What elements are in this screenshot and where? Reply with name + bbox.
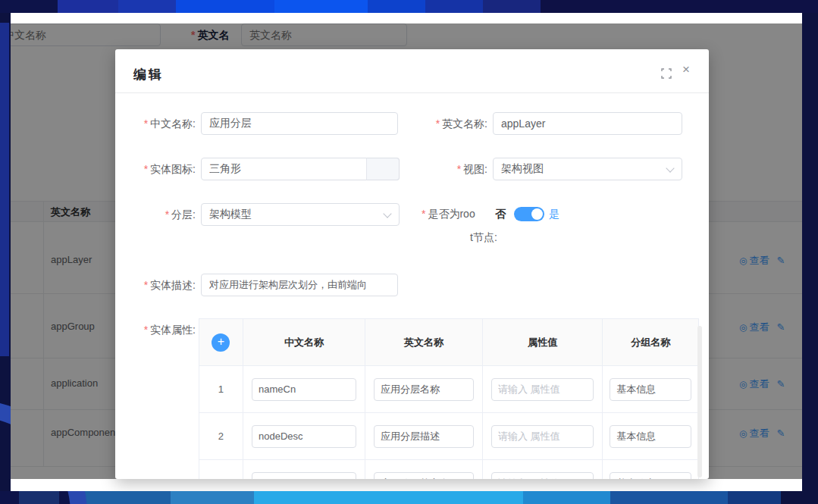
attr-en-input[interactable] <box>374 378 474 401</box>
deco-segment <box>0 0 58 13</box>
deco-segment <box>368 0 425 13</box>
attr-cell <box>483 460 603 479</box>
attr-table-row: 3 <box>199 460 698 479</box>
top-deco-strip <box>0 0 818 13</box>
toggle-knob <box>531 208 543 220</box>
layer-label: *分层: <box>115 203 196 226</box>
dialog-title: 编辑 <box>133 66 164 83</box>
attr-col-header: 属性值 <box>528 336 557 349</box>
attr-header-cell: 英文名称 <box>365 319 483 365</box>
attr-value-input[interactable] <box>491 425 594 448</box>
is-root-label-line1: *是否为roo <box>422 208 475 221</box>
entity-attrs-label: *实体属性: <box>115 318 196 341</box>
attr-cell <box>243 366 366 412</box>
deco-segment <box>176 0 274 13</box>
icon-picker-addon[interactable] <box>366 158 400 180</box>
entity-desc-input[interactable] <box>201 274 398 296</box>
entity-icon-label: *实体图标: <box>115 158 196 180</box>
deco-segment <box>58 0 118 13</box>
en-name-label: *英文名称: <box>403 112 487 135</box>
deco-segment <box>610 491 728 504</box>
attr-group-input[interactable] <box>610 472 691 480</box>
required-asterisk: * <box>144 279 148 291</box>
row-number: 3 <box>218 477 224 479</box>
toggle-off-text: 否 <box>495 208 506 221</box>
attr-cell <box>483 366 603 412</box>
deco-segment <box>171 491 254 504</box>
left-deco-bar <box>0 23 9 356</box>
attr-cn-input[interactable] <box>252 425 356 448</box>
divider <box>115 92 709 93</box>
deco-segment <box>118 0 176 13</box>
required-asterisk: * <box>144 117 148 130</box>
attr-cell <box>365 413 483 459</box>
attr-en-input[interactable] <box>374 472 474 480</box>
attr-header-cell: + <box>199 319 243 365</box>
is-root-toggle[interactable] <box>514 207 544 221</box>
attr-cell <box>603 366 698 412</box>
required-asterisk: * <box>144 163 148 175</box>
deco-segment <box>83 491 171 504</box>
required-asterisk: * <box>457 163 461 175</box>
attr-cn-input[interactable] <box>252 472 356 480</box>
attr-table-header: + 中文名称 英文名称 属性值 分组名称 <box>199 319 698 366</box>
attr-cell <box>243 460 366 479</box>
attr-table-row: 2 <box>199 413 698 460</box>
entity-desc-label: *实体描述: <box>115 274 196 296</box>
view-select[interactable] <box>493 158 682 180</box>
deco-segment <box>254 491 523 504</box>
attr-cell: 2 <box>199 413 243 459</box>
attr-cell <box>243 413 366 459</box>
attr-table-row: 1 <box>199 366 698 413</box>
attr-header-cell: 中文名称 <box>243 319 366 365</box>
attr-cell: 1 <box>199 366 243 412</box>
deco-segment <box>523 491 610 504</box>
view-label: *视图: <box>403 158 487 180</box>
deco-segment <box>541 0 818 13</box>
deco-segment <box>781 491 818 504</box>
attr-cell <box>365 366 483 412</box>
attr-col-header: 中文名称 <box>284 336 324 349</box>
required-asterisk: * <box>436 117 440 130</box>
required-asterisk: * <box>422 208 425 220</box>
screen: *英文名 英文名称 appLayer appGroup application … <box>0 0 818 504</box>
edit-dialog: 编辑 × *中文名称: *英文名称: *实体图标: <box>115 49 709 479</box>
deco-segment <box>425 0 483 13</box>
cn-name-label: *中文名称: <box>115 112 196 135</box>
deco-segment <box>274 0 368 13</box>
attr-en-input[interactable] <box>374 425 474 448</box>
attr-value-input[interactable] <box>491 378 594 401</box>
attr-cell: 3 <box>199 460 243 479</box>
row-number: 1 <box>218 383 224 395</box>
close-icon[interactable]: × <box>682 63 690 76</box>
row-number: 2 <box>218 430 224 442</box>
attr-value-input[interactable] <box>491 472 594 480</box>
is-root-label-line2: t节点: <box>470 231 497 245</box>
required-asterisk: * <box>144 324 148 336</box>
app-window: *英文名 英文名称 appLayer appGroup application … <box>11 13 802 491</box>
attr-col-header: 分组名称 <box>631 336 670 349</box>
toggle-on-text: 是 <box>549 208 559 221</box>
attr-table: + 中文名称 英文名称 属性值 分组名称 1 2 <box>199 318 699 479</box>
dialog-scrollbar[interactable] <box>697 326 702 477</box>
layer-select[interactable] <box>201 203 400 226</box>
attr-group-input[interactable] <box>610 378 691 401</box>
attr-header-cell: 分组名称 <box>603 319 698 365</box>
attr-cell <box>603 413 698 459</box>
attr-col-header: 英文名称 <box>404 336 443 349</box>
attr-group-input[interactable] <box>610 425 691 448</box>
attr-header-cell: 属性值 <box>483 319 603 365</box>
deco-segment <box>483 0 541 13</box>
bottom-deco-strip <box>0 491 818 504</box>
cn-name-input[interactable] <box>201 112 398 135</box>
fullscreen-icon[interactable] <box>661 68 672 79</box>
add-row-button[interactable]: + <box>212 333 230 352</box>
deco-segment <box>728 491 781 504</box>
en-name-input[interactable] <box>493 112 682 135</box>
attr-cell <box>483 413 603 459</box>
attr-cell <box>365 460 483 479</box>
attr-cn-input[interactable] <box>252 378 356 401</box>
required-asterisk: * <box>165 208 169 221</box>
attr-cell <box>603 460 698 479</box>
